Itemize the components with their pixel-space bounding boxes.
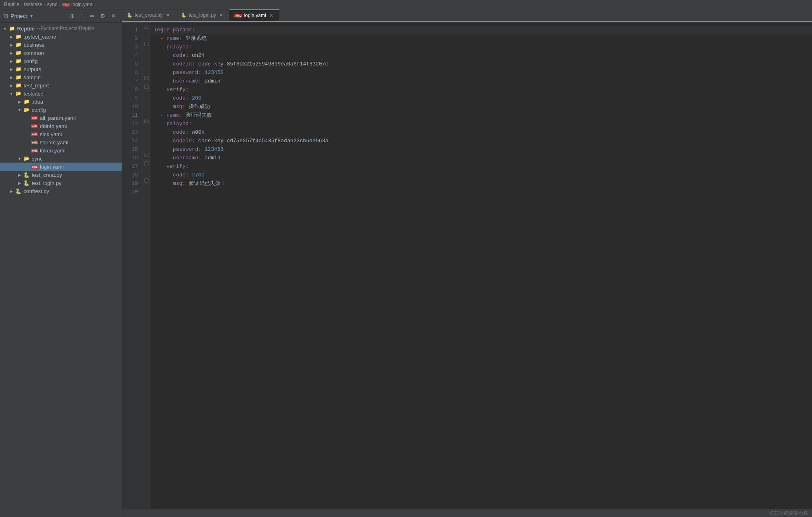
gutter-1[interactable]: − [142, 22, 150, 31]
code-line-10: msg: 操作成功 [151, 102, 812, 111]
sidebar-title-label: Project [11, 13, 27, 19]
test-login-tab-label: test_login.py [189, 12, 216, 18]
sidebar-header: ⊞ Project ▼ ⊕ ≡ ⇔ ⚙ ✕ [0, 9, 122, 23]
login-yaml-tab-close[interactable]: ✕ [268, 13, 274, 18]
breadcrumb-testcase[interactable]: testcase [24, 2, 42, 7]
tree-item-pytest-cache[interactable]: 📁 .pytest_cache [0, 33, 122, 41]
idea-icon: 📁 [23, 98, 30, 105]
breadcrumb-reptile[interactable]: Reptile [4, 2, 19, 7]
code-line-19: msg: 验证码已失效！ [151, 179, 812, 188]
file-tree: 📁 Reptile ~/PycharmProjects/Reptile 📁 .p… [0, 23, 122, 517]
collapse-all-button[interactable]: ≡ [79, 12, 85, 20]
test-report-label: test_report [24, 83, 49, 89]
sample-arrow [8, 75, 15, 80]
expand-button[interactable]: ⇔ [88, 12, 96, 20]
bottom-bar: CSDN @德哦-七嘉 [122, 509, 812, 517]
gutter-17[interactable] [142, 159, 150, 167]
tree-item-conftest[interactable]: 🐍 conftest.py [0, 187, 122, 195]
fold-19 [144, 178, 148, 182]
tree-item-config2[interactable]: 📂 config [0, 106, 122, 114]
breadcrumb-sync[interactable]: sync [47, 2, 57, 7]
tree-item-test-creat[interactable]: 🐍 test_creat.py [0, 171, 122, 179]
tree-item-business[interactable]: 📁 business [0, 41, 122, 49]
code-line-1: login_params: [151, 26, 812, 34]
sink-yaml-icon: YML [31, 131, 38, 137]
editor-content[interactable]: 1 2 3 4 5 6 7 8 9 10 11 12 13 14 15 16 1… [122, 22, 812, 509]
gutter-10 [142, 99, 150, 108]
code-editor[interactable]: login_params: - name: 登录系统 palayod: code… [151, 22, 812, 509]
fold-7 [144, 76, 148, 80]
config-arrow [8, 59, 15, 63]
tree-item-idea[interactable]: 📁 .idea [0, 98, 122, 106]
tree-item-login-yaml[interactable]: YML login.yaml [0, 163, 122, 171]
pytest-cache-arrow [8, 35, 15, 39]
locate-file-button[interactable]: ⊕ [68, 12, 76, 20]
gutter-6 [142, 65, 150, 74]
tree-item-outputs[interactable]: 📁 outputs [0, 65, 122, 73]
source-yaml-icon: YML [31, 139, 38, 146]
settings-button[interactable]: ⚙ [98, 12, 107, 20]
root-folder-icon: 📁 [8, 25, 15, 32]
testcase-label: testcase [24, 91, 43, 97]
tree-item-common[interactable]: 📁 common [0, 49, 122, 57]
test-creat-tab-close[interactable]: ✕ [165, 13, 171, 18]
line-num-15: 15 [122, 145, 142, 154]
tree-root[interactable]: 📁 Reptile ~/PycharmProjects/Reptile [0, 24, 122, 33]
sync-label: sync [32, 156, 43, 162]
conftest-arrow [8, 189, 15, 193]
tree-item-testcase[interactable]: 📂 testcase [0, 89, 122, 98]
tree-item-token[interactable]: YML token.yaml [0, 146, 122, 154]
line-num-2: 2 [122, 34, 142, 43]
code-line-8: verify: [151, 85, 812, 94]
gutter-15 [142, 142, 150, 150]
tree-item-all-param[interactable]: YML all_param.yaml [0, 114, 122, 122]
gutter-19[interactable] [142, 176, 150, 185]
tree-item-sync[interactable]: 📂 sync [0, 154, 122, 163]
gutter-5 [142, 56, 150, 65]
gutter-8[interactable] [142, 82, 150, 91]
sidebar-toolbar: ⊕ ≡ ⇔ ⚙ ✕ [68, 12, 118, 20]
gutter-9 [142, 91, 150, 99]
gutter-3[interactable] [142, 39, 150, 48]
breadcrumb-yaml-icon: YML [62, 3, 70, 7]
conftest-py-icon: 🐍 [15, 188, 22, 194]
code-line-12: palayod: [151, 119, 812, 128]
sidebar-dropdown-arrow[interactable]: ▼ [29, 14, 33, 18]
tree-item-dbinfo[interactable]: YML dbinfo.yaml [0, 122, 122, 130]
code-line-9: code: 200 [151, 94, 812, 102]
line-num-6: 6 [122, 68, 142, 77]
gutter-7[interactable] [142, 74, 150, 82]
tree-item-test-report[interactable]: 📁 test_report [0, 81, 122, 89]
gutter-16[interactable] [142, 150, 150, 159]
line-num-11: 11 [122, 111, 142, 119]
close-sidebar-button[interactable]: ✕ [109, 12, 118, 20]
fold-1: − [144, 25, 148, 29]
test-login-tab-close[interactable]: ✕ [218, 13, 224, 18]
code-line-3: palayod: [151, 43, 812, 51]
tab-test-login[interactable]: 🐍 test_login.py ✕ [176, 9, 229, 21]
breadcrumb-file[interactable]: login.yaml [72, 2, 94, 7]
config2-icon: 📂 [23, 106, 30, 113]
root-arrow [2, 26, 8, 31]
gutter-12[interactable] [142, 116, 150, 125]
sync-arrow [16, 156, 23, 161]
line-num-16: 16 [122, 154, 142, 162]
tree-item-source[interactable]: YML source.yaml [0, 138, 122, 146]
gutter-18 [142, 167, 150, 176]
business-label: business [24, 42, 44, 48]
sidebar-title: ⊞ Project ▼ [4, 13, 33, 19]
tree-item-sink[interactable]: YML sink.yaml [0, 130, 122, 138]
token-label: token.yaml [40, 148, 65, 154]
line-num-9: 9 [122, 94, 142, 102]
tree-item-config[interactable]: 📁 config [0, 57, 122, 65]
test-creat-tab-icon: 🐍 [127, 13, 133, 18]
gutter-2 [142, 31, 150, 39]
test-creat-arrow [16, 173, 23, 177]
tab-test-creat[interactable]: 🐍 test_creat.py ✕ [122, 9, 176, 21]
tree-item-test-login[interactable]: 🐍 test_login.py [0, 179, 122, 187]
line-numbers: 1 2 3 4 5 6 7 8 9 10 11 12 13 14 15 16 1… [122, 22, 142, 509]
tab-login-yaml[interactable]: YML login.yaml ✕ [229, 9, 279, 21]
tree-item-sample[interactable]: 📁 sample [0, 73, 122, 81]
breadcrumb: Reptile › testcase › sync › YML login.ya… [0, 0, 812, 9]
line-num-7: 7 [122, 77, 142, 85]
